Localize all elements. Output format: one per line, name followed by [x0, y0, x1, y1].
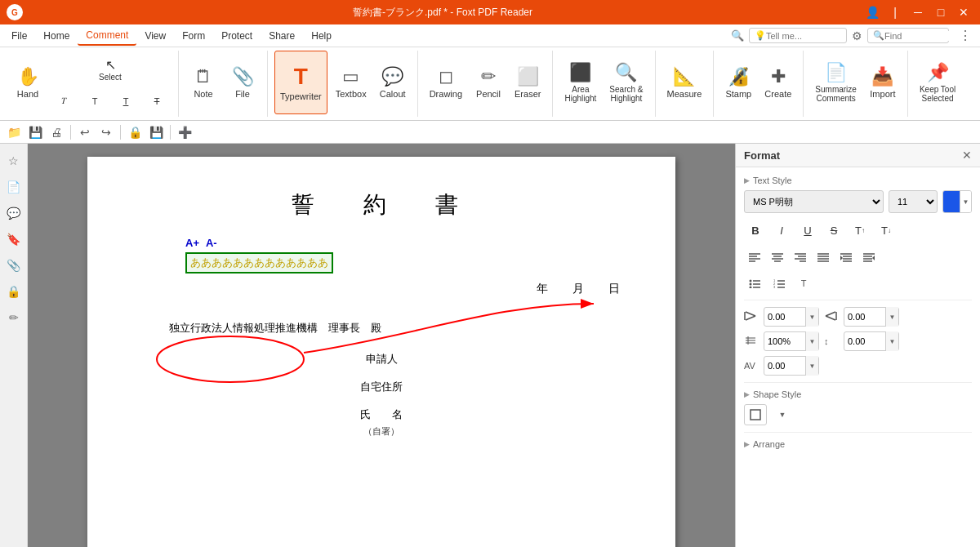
text-under-button[interactable]: T	[111, 91, 140, 111]
keep-tool-button[interactable]: 📌 Keep ToolSelected	[915, 51, 960, 114]
sidebar-toc-icon[interactable]: 🔖	[3, 229, 24, 250]
redo-button[interactable]: ↪	[97, 123, 115, 141]
menu-file[interactable]: File	[3, 27, 35, 45]
user-icon[interactable]: 👤	[862, 4, 882, 20]
left-indent-value[interactable]	[764, 310, 805, 323]
undo-button[interactable]: ↩	[76, 123, 94, 141]
panel-header: Format ✕	[736, 144, 980, 167]
text-decrease-button[interactable]: A-	[206, 237, 217, 249]
sidebar-comments-icon[interactable]: 💬	[3, 202, 24, 224]
summarize-button[interactable]: 📄 SummarizeComments	[810, 51, 862, 114]
align-justify-button[interactable]	[813, 247, 834, 267]
indent-text-button[interactable]: T	[793, 274, 814, 293]
left-indent-input[interactable]: ▼	[764, 307, 819, 327]
selected-text[interactable]: あああああああああああああ	[185, 252, 333, 274]
lock-button[interactable]: 🔒	[126, 123, 144, 141]
right-indent-spinner[interactable]: ▼	[885, 307, 898, 327]
stamp-button[interactable]: 🔏 Stamp	[720, 51, 756, 114]
color-dropdown-icon[interactable]: ▼	[960, 191, 971, 212]
open-folder-button[interactable]: 📁	[5, 123, 23, 141]
tell-me-input[interactable]	[766, 31, 840, 41]
bullet-list-button[interactable]	[744, 274, 765, 293]
font-size-select[interactable]: 11	[889, 190, 938, 213]
close-button[interactable]: ✕	[954, 4, 973, 20]
italic-button[interactable]: I	[770, 220, 793, 241]
maximize-button[interactable]: □	[931, 4, 951, 20]
panel-close-button[interactable]: ✕	[962, 149, 972, 162]
line-spacing-spinner[interactable]: ▼	[805, 331, 818, 351]
text-increase-button[interactable]: A+	[185, 237, 199, 249]
spacing-before-value[interactable]	[844, 335, 885, 348]
underline-button[interactable]: U	[796, 220, 819, 241]
print-button[interactable]: 🖨	[47, 123, 65, 141]
measure-button[interactable]: 📐 Measure	[662, 51, 707, 114]
color-box[interactable]: ▼	[942, 190, 972, 213]
menu-protect[interactable]: Protect	[213, 27, 261, 45]
note-button[interactable]: 🗒 Note	[185, 51, 221, 114]
menu-help[interactable]: Help	[303, 27, 340, 45]
sidebar-sign-icon[interactable]: ✏	[3, 307, 24, 328]
settings-icon[interactable]: ⚙	[852, 29, 862, 42]
sidebar-security-icon[interactable]: 🔒	[3, 281, 24, 302]
titlebar: G 誓約書-ブランク.pdf * - Foxt PDF Reader 👤 | ─…	[0, 0, 980, 24]
indent-decrease-button[interactable]	[858, 247, 880, 267]
right-indent-value[interactable]	[844, 310, 885, 323]
canvas-area[interactable]: 誓 約 書 A+ A- あああああああああああああ 年 月 日 独立行政法人情報…	[28, 144, 735, 547]
sidebar-pages-icon[interactable]: 📄	[3, 176, 24, 198]
right-indent-input[interactable]: ▼	[844, 307, 899, 327]
import-button[interactable]: 📥 Import	[865, 51, 901, 114]
sidebar-bookmark-icon[interactable]: ☆	[3, 150, 24, 171]
line-spacing-input[interactable]: ▼	[764, 331, 819, 351]
border-style-button[interactable]	[744, 404, 767, 425]
left-indent-spinner[interactable]: ▼	[805, 307, 818, 327]
hand-button[interactable]: ✋ Hand	[10, 51, 46, 114]
menu-comment[interactable]: Comment	[78, 26, 136, 46]
align-left-button[interactable]	[744, 247, 765, 267]
eraser-button[interactable]: ⬜ Eraser	[510, 51, 546, 114]
char-spacing-input[interactable]: ▼	[764, 356, 819, 376]
save-button-tb[interactable]: 💾	[26, 123, 44, 141]
bold-button[interactable]: B	[744, 220, 767, 241]
measure-label: Measure	[667, 89, 702, 99]
menu-view[interactable]: View	[136, 27, 174, 45]
save2-button[interactable]: 💾	[147, 123, 165, 141]
drawing-button[interactable]: ◻ Drawing	[425, 51, 467, 114]
pencil-button[interactable]: ✏ Pencil	[470, 51, 506, 114]
more-menu-button[interactable]: ⋮	[954, 26, 977, 45]
char-spacing-value[interactable]	[764, 359, 805, 372]
shape-dropdown-button[interactable]: ▼	[772, 405, 793, 425]
select-button[interactable]: ↖ Select	[49, 55, 172, 84]
menu-form[interactable]: Form	[174, 27, 213, 45]
menu-share[interactable]: Share	[261, 27, 303, 45]
create-button[interactable]: ✚ Create	[760, 51, 796, 114]
text-strike-button[interactable]: T	[142, 91, 172, 111]
line-spacing-value[interactable]	[764, 335, 805, 348]
search-highlight-button[interactable]: 🔍 Search &Highlight	[604, 51, 648, 114]
add-button[interactable]: ➕	[176, 123, 194, 141]
textbox-button[interactable]: ▭ Textbox	[331, 51, 372, 114]
align-right-button[interactable]	[790, 247, 811, 267]
sidebar-attach-icon[interactable]: 📎	[3, 255, 24, 276]
indent-increase-button[interactable]	[835, 247, 857, 267]
font-select[interactable]: MS P明朝	[744, 190, 884, 213]
minimize-button[interactable]: ─	[908, 4, 928, 20]
typewriter-button[interactable]: T Typewriter	[274, 51, 327, 114]
spacing-before-spinner[interactable]: ▼	[885, 331, 898, 351]
superscript-button[interactable]: T↑	[849, 220, 871, 241]
pdf-org: 独立行政法人情報処理推進機構 理事長 殿	[169, 321, 626, 336]
find-input[interactable]	[884, 31, 958, 41]
text-cursor-button[interactable]: 𝑇	[49, 91, 78, 111]
subscript-button[interactable]: T↓	[875, 220, 898, 241]
char-spacing-spinner[interactable]: ▼	[805, 356, 818, 376]
strikethrough-button[interactable]: S	[822, 220, 845, 241]
find-box[interactable]: 🔍	[867, 28, 949, 43]
text-tool-button[interactable]: T	[80, 91, 109, 111]
spacing-before-input[interactable]: ▼	[844, 331, 899, 351]
numbered-list-button[interactable]: 123	[768, 274, 790, 293]
callout-button[interactable]: 💬 Calout	[375, 51, 411, 114]
file-button[interactable]: 📎 File	[225, 51, 261, 114]
menu-home[interactable]: Home	[35, 27, 78, 45]
tell-me-box[interactable]: 💡	[749, 28, 847, 43]
align-center-button[interactable]	[767, 247, 788, 267]
area-highlight-button[interactable]: ⬛ AreaHighlight	[559, 51, 601, 114]
